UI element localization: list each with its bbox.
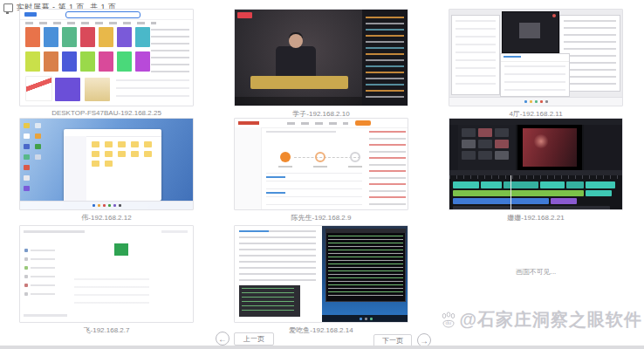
prev-page-label-button[interactable]: 上一页 [234, 332, 274, 346]
step-circle [350, 152, 360, 162]
green-block [114, 243, 128, 256]
monitor-icon [3, 3, 13, 12]
timeline-track [453, 198, 577, 204]
tile-label: DESKTOP-FS47BAU-192.168.2.25 [19, 109, 194, 117]
screen-thumbnail-6[interactable] [449, 118, 623, 210]
screen-thumbnail-8[interactable] [234, 225, 408, 323]
tile-label: 飞-192.168.2.7 [19, 325, 194, 335]
screen-unavailable-message: 画面不可见... [449, 267, 623, 277]
screen-thumbnail-4[interactable] [19, 118, 194, 210]
screen-tile: 姗姗-192.168.2.21 [449, 118, 623, 222]
playhead [510, 175, 511, 210]
arrow-left-icon: ← [218, 334, 227, 344]
screen-tile: 飞-192.168.2.7 [19, 225, 194, 335]
doc-covers-row [25, 51, 150, 72]
poster-thumbnail [55, 78, 80, 101]
timeline-track [453, 190, 612, 196]
notice-panel [369, 131, 406, 208]
taskbar [20, 201, 193, 209]
screen-tile: 画面不可见... [449, 225, 623, 325]
prev-page-button[interactable]: ← [216, 332, 230, 346]
tile-label: 姗姗-192.168.2.21 [449, 213, 623, 222]
screen-thumbnail-2[interactable] [234, 9, 408, 106]
step-circle [280, 152, 291, 162]
live-screens-page: 实时屏幕 - 第 1 页, 共 1 页 [0, 0, 644, 349]
screen-thumbnail-5[interactable] [234, 118, 408, 210]
screen-tile: 爱吃鱼-192.168.2.14 [234, 225, 408, 335]
desktop-icons [24, 123, 30, 191]
person-figure [289, 34, 303, 48]
poster-thumbnail [85, 78, 110, 101]
screen-thumbnail-3[interactable] [449, 9, 623, 106]
screen-tile: 伟-192.168.2.12 [19, 118, 194, 222]
screen-thumbnail-7[interactable] [19, 225, 194, 323]
folder-grid [92, 141, 158, 194]
screen-tile: DESKTOP-FS47BAU-192.168.2.25 [19, 9, 194, 117]
live-badge [237, 12, 252, 18]
app-window [500, 53, 570, 97]
timeline-track [453, 181, 615, 188]
screen-tile: 4厅-192.168.2.11 [449, 9, 623, 119]
tile-label: 陈先生-192.168.2.9 [234, 213, 408, 222]
desktop-icons [35, 123, 41, 160]
list-items [24, 249, 55, 301]
app-window [451, 15, 500, 95]
screen-thumbnail-1[interactable] [19, 9, 194, 106]
bottom-edge [0, 346, 644, 349]
tile-label: 伟-192.168.2.12 [19, 213, 194, 222]
poster-thumbnail [25, 76, 52, 101]
doc-covers-row [25, 27, 150, 47]
arrow-right-icon: → [420, 336, 428, 346]
step-circle [315, 152, 325, 162]
screen-tile: 学子-192.168.2.10 [234, 9, 408, 119]
screen-tile: 陈先生-192.168.2.9 [234, 118, 408, 222]
screen-thumbnail-9-empty: 画面不可见... [449, 225, 623, 323]
